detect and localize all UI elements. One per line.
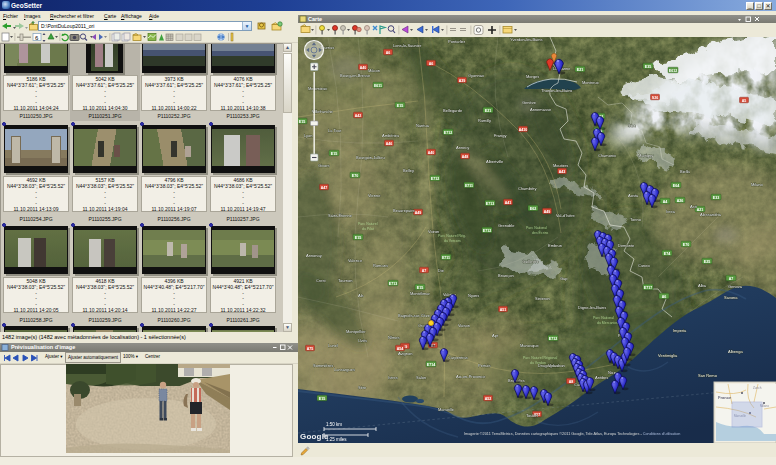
svg-text:E15: E15 — [319, 397, 325, 401]
svg-text:Lyon: Lyon — [304, 133, 313, 138]
svg-text:Parc Naturel: Parc Naturel — [358, 222, 378, 226]
svg-text:Crest: Crest — [316, 278, 326, 283]
svg-text:Parc National: Parc National — [526, 226, 547, 230]
svg-text:Parc National: Parc National — [593, 316, 614, 320]
svg-text:du Verdon: du Verdon — [530, 361, 546, 365]
svg-text:Tournon: Tournon — [338, 278, 352, 283]
svg-text:A41: A41 — [505, 201, 512, 205]
svg-text:Aosta: Aosta — [628, 193, 639, 198]
svg-text:Genova: Genova — [728, 284, 743, 289]
svg-text:Briançon: Briançon — [498, 273, 514, 278]
svg-text:A8: A8 — [569, 380, 574, 384]
svg-text:Google: Google — [300, 432, 329, 441]
svg-text:San Remo: San Remo — [698, 373, 718, 378]
svg-text:Vienne: Vienne — [368, 193, 381, 198]
svg-text:Marseille: Marseille — [438, 407, 455, 412]
svg-text:Nîmes: Nîmes — [388, 335, 400, 340]
svg-text:Guillestre: Guillestre — [522, 259, 540, 264]
svg-text:E717: E717 — [644, 286, 652, 290]
svg-text:S26: S26 — [652, 96, 658, 100]
svg-text:Sisteron: Sisteron — [535, 296, 550, 301]
svg-text:Sète: Sète — [358, 385, 367, 390]
svg-text:Albenga: Albenga — [728, 349, 743, 354]
svg-text:A49: A49 — [544, 210, 551, 214]
svg-text:Rumilly: Rumilly — [478, 118, 491, 123]
svg-text:Toulon: Toulon — [526, 413, 538, 418]
svg-text:Moutiers: Moutiers — [553, 163, 568, 168]
svg-text:Yverdon-les-Bains: Yverdon-les-Bains — [510, 37, 542, 42]
svg-text:E15: E15 — [355, 236, 361, 240]
svg-text:Pertuis: Pertuis — [478, 363, 490, 368]
svg-text:Valence: Valence — [348, 258, 363, 263]
svg-text:Imperia: Imperia — [673, 328, 687, 333]
svg-text:A48: A48 — [462, 155, 469, 159]
svg-text:A40: A40 — [428, 151, 435, 155]
svg-text:Cuneo: Cuneo — [638, 263, 651, 268]
svg-text:A7: A7 — [729, 277, 734, 281]
svg-text:Romans: Romans — [373, 263, 388, 268]
svg-text:Grenoble: Grenoble — [498, 223, 515, 228]
svg-text:Biella: Biella — [680, 169, 691, 174]
svg-text:Chamonix: Chamonix — [598, 153, 616, 158]
svg-text:Digne-les-Bains: Digne-les-Bains — [578, 305, 606, 310]
svg-text:Montpellier: Montpellier — [346, 329, 366, 334]
svg-text:Val-d'Isère: Val-d'Isère — [556, 213, 575, 218]
svg-text:Ambérieu: Ambérieu — [382, 133, 399, 138]
svg-text:1:25 miles: 1:25 miles — [326, 437, 347, 442]
svg-text:Annemasse: Annemasse — [530, 107, 552, 112]
svg-text:E33: E33 — [713, 196, 719, 200]
svg-text:Pontarlier: Pontarlier — [448, 39, 466, 44]
svg-text:A410: A410 — [519, 128, 528, 132]
svg-text:E15: E15 — [299, 120, 305, 124]
svg-text:E15: E15 — [417, 286, 423, 290]
svg-text:du Vercors: du Vercors — [444, 239, 461, 243]
svg-text:E62: E62 — [530, 207, 536, 211]
svg-text:A51: A51 — [500, 308, 507, 312]
svg-text:E712: E712 — [431, 177, 439, 181]
svg-text:Bagnols-sur-Cèze: Bagnols-sur-Cèze — [398, 313, 431, 318]
svg-text:Meximieux: Meximieux — [308, 86, 327, 91]
svg-text:Montreux: Montreux — [582, 80, 599, 85]
svg-text:Albertville: Albertville — [486, 159, 504, 164]
svg-text:Avignon: Avignon — [398, 351, 412, 356]
svg-text:A47: A47 — [321, 186, 328, 190]
svg-text:A5: A5 — [742, 99, 747, 103]
svg-text:Annecy: Annecy — [456, 145, 469, 150]
svg-text:E712: E712 — [483, 229, 491, 233]
svg-text:E711: E711 — [465, 184, 473, 188]
svg-text:A43: A43 — [559, 170, 566, 174]
svg-text:du Pilat: du Pilat — [362, 227, 374, 231]
svg-text:Manosque: Manosque — [520, 343, 539, 348]
svg-text:A4: A4 — [663, 200, 668, 204]
svg-text:E35: E35 — [645, 65, 651, 69]
svg-text:E712: E712 — [549, 337, 557, 341]
svg-text:E711: E711 — [442, 256, 450, 260]
svg-text:A52: A52 — [485, 397, 492, 401]
svg-text:A6: A6 — [662, 295, 667, 299]
svg-text:Bourg-en-Bresse: Bourg-en-Bresse — [340, 73, 371, 78]
svg-text:France: France — [718, 395, 732, 400]
svg-text:Aix-en-Provence: Aix-en-Provence — [456, 374, 486, 379]
svg-text:Demonte: Demonte — [618, 243, 635, 248]
svg-text:Vaison: Vaison — [458, 323, 470, 328]
svg-text:Salon: Salon — [416, 375, 426, 380]
svg-text:1:50 km: 1:50 km — [326, 422, 342, 427]
svg-text:Ivrea: Ivrea — [666, 209, 676, 214]
svg-text:A6: A6 — [429, 62, 434, 66]
svg-text:A49: A49 — [415, 211, 422, 215]
svg-text:E70: E70 — [352, 174, 358, 178]
svg-text:A7: A7 — [422, 269, 427, 273]
svg-text:Gap: Gap — [560, 276, 568, 281]
svg-text:Annonay: Annonay — [306, 253, 322, 258]
svg-text:Embrun: Embrun — [548, 243, 562, 248]
svg-text:A75: A75 — [307, 347, 314, 351]
svg-text:E21: E21 — [577, 68, 583, 72]
svg-text:Oyonnax: Oyonnax — [468, 73, 484, 78]
svg-text:Antibes: Antibes — [595, 375, 608, 380]
svg-text:Villefranche: Villefranche — [312, 109, 334, 114]
svg-text:A42: A42 — [355, 114, 362, 118]
svg-text:A26: A26 — [677, 199, 684, 203]
svg-text:Bourgoin-Jallieu: Bourgoin-Jallieu — [356, 155, 385, 160]
svg-text:Lunel: Lunel — [328, 343, 338, 348]
svg-text:A6: A6 — [386, 51, 391, 55]
